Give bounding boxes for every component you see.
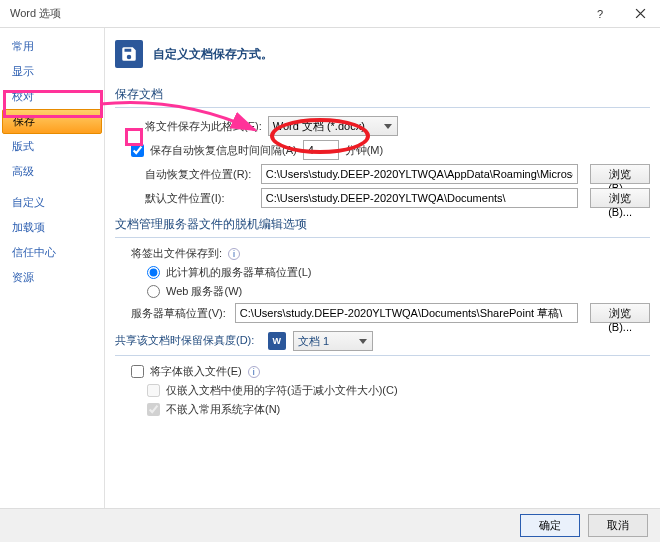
info-icon: i <box>228 248 240 260</box>
info-icon-2: i <box>248 366 260 378</box>
embed-used-checkbox <box>147 384 160 397</box>
radio-web[interactable] <box>147 285 160 298</box>
sidebar-item-addins[interactable]: 加载项 <box>0 215 104 240</box>
fidelity-doc-value: 文档 1 <box>298 334 329 349</box>
sidebar-item-trustcenter[interactable]: 信任中心 <box>0 240 104 265</box>
radio-local-label: 此计算机的服务器草稿位置(L) <box>166 265 311 280</box>
no-sysfonts-checkbox <box>147 403 160 416</box>
save-icon <box>115 40 143 68</box>
content-panel: 自定义文档保存方式。 保存文档 将文件保存为此格式(E): Word 文档 (*… <box>105 28 660 508</box>
embed-fonts-label: 将字体嵌入文件(E) <box>150 364 242 379</box>
draft-path-label: 服务器草稿位置(V): <box>131 306 229 321</box>
sidebar-item-save[interactable]: 保存 <box>2 109 102 134</box>
sidebar-item-customize[interactable]: 自定义 <box>0 190 104 215</box>
format-label: 将文件保存为此格式(E): <box>145 119 262 134</box>
embed-fonts-checkbox[interactable] <box>131 365 144 378</box>
section-fidelity-title: 共享该文档时保留保真度(D): W 文档 1 <box>115 327 650 356</box>
section-offline-title: 文档管理服务器文件的脱机编辑选项 <box>115 212 650 238</box>
embed-used-label: 仅嵌入文档中使用的字符(适于减小文件大小)(C) <box>166 383 398 398</box>
default-path-label: 默认文件位置(I): <box>145 191 255 206</box>
recover-path-input[interactable] <box>261 164 578 184</box>
auto-save-label: 保存自动恢复信息时间间隔(A) <box>150 143 297 158</box>
sidebar-item-resources[interactable]: 资源 <box>0 265 104 290</box>
radio-web-label: Web 服务器(W) <box>166 284 242 299</box>
content-header: 自定义文档保存方式。 <box>115 36 650 78</box>
radio-local[interactable] <box>147 266 160 279</box>
sidebar-item-advanced[interactable]: 高级 <box>0 159 104 184</box>
sidebar-item-general[interactable]: 常用 <box>0 34 104 59</box>
window-title: Word 选项 <box>10 6 61 21</box>
draft-browse-button[interactable]: 浏览(B)... <box>590 303 650 323</box>
footer: 确定 取消 <box>0 508 660 542</box>
header-text: 自定义文档保存方式。 <box>153 46 273 63</box>
fidelity-doc-combo[interactable]: 文档 1 <box>293 331 373 351</box>
sidebar-item-layout[interactable]: 版式 <box>0 134 104 159</box>
save-to-label: 将签出文件保存到: <box>131 246 222 261</box>
sidebar: 常用 显示 校对 保存 版式 高级 自定义 加载项 信任中心 资源 <box>0 28 105 508</box>
auto-save-checkbox[interactable] <box>131 144 144 157</box>
ok-button[interactable]: 确定 <box>520 514 580 537</box>
recover-browse-button[interactable]: 浏览(B)... <box>590 164 650 184</box>
close-button[interactable] <box>620 0 660 28</box>
sidebar-item-display[interactable]: 显示 <box>0 59 104 84</box>
default-path-input[interactable] <box>261 188 578 208</box>
no-sysfonts-label: 不嵌入常用系统字体(N) <box>166 402 280 417</box>
cancel-button[interactable]: 取消 <box>588 514 648 537</box>
auto-save-unit: 分钟(M) <box>345 143 384 158</box>
sidebar-item-proofing[interactable]: 校对 <box>0 84 104 109</box>
format-combo-value: Word 文档 (*.docx) <box>273 119 365 134</box>
help-button[interactable]: ? <box>580 0 620 28</box>
titlebar: Word 选项 ? <box>0 0 660 28</box>
recover-path-label: 自动恢复文件位置(R): <box>145 167 255 182</box>
format-combo[interactable]: Word 文档 (*.docx) <box>268 116 398 136</box>
auto-save-value-input[interactable] <box>303 140 339 160</box>
draft-path-input[interactable] <box>235 303 578 323</box>
section-save-title: 保存文档 <box>115 82 650 108</box>
fidelity-title-text: 共享该文档时保留保真度(D): <box>115 334 254 346</box>
default-browse-button[interactable]: 浏览(B)... <box>590 188 650 208</box>
doc-icon: W <box>268 332 286 350</box>
